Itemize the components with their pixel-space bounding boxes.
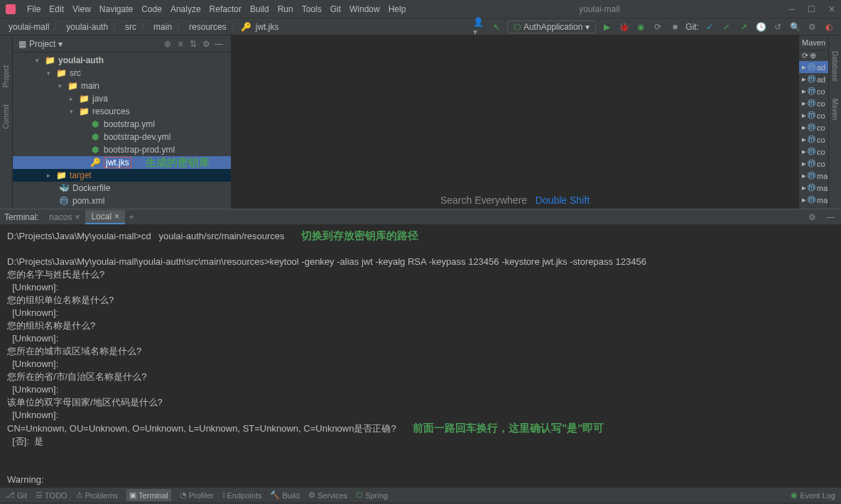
terminal-tab-local[interactable]: Local× bbox=[85, 210, 125, 224]
git-history-icon[interactable]: 🕓 bbox=[754, 21, 767, 33]
maximize-icon[interactable]: ☐ bbox=[808, 4, 815, 14]
menu-edit[interactable]: Edit bbox=[45, 4, 68, 14]
tree-dockerfile[interactable]: 🐳Dockerfile bbox=[13, 182, 231, 195]
add-terminal-icon[interactable]: + bbox=[125, 211, 138, 224]
close-icon[interactable]: × bbox=[75, 212, 80, 222]
expand-icon[interactable]: ≡ bbox=[174, 38, 187, 50]
stop-icon[interactable]: ■ bbox=[668, 21, 681, 33]
maven-title[interactable]: Maven bbox=[799, 35, 828, 50]
coverage-icon[interactable]: ◉ bbox=[634, 21, 647, 33]
run-config-select[interactable]: ⬡ AuthApplication ▾ bbox=[507, 21, 596, 33]
maven-item-3[interactable]: ▸ⓜco bbox=[799, 97, 828, 109]
maven-item-11[interactable]: ▸ⓜma bbox=[799, 194, 828, 206]
menu-refactor[interactable]: Refactor bbox=[205, 4, 246, 14]
menu-view[interactable]: View bbox=[68, 4, 95, 14]
maven-item-8[interactable]: ▸ⓜco bbox=[799, 158, 828, 170]
tool-profiler[interactable]: ◔Profiler bbox=[180, 491, 214, 500]
collapse-icon[interactable]: ⇅ bbox=[187, 38, 200, 50]
tool-services[interactable]: ⚙Services bbox=[308, 491, 347, 500]
ide-icon[interactable]: ◐ bbox=[823, 21, 835, 33]
tool-build[interactable]: 🔨Build bbox=[270, 491, 299, 500]
tool-problems[interactable]: ⚠Problems bbox=[76, 491, 118, 500]
back-icon[interactable]: ↖ bbox=[490, 21, 503, 33]
terminal-icon: ▣ bbox=[129, 491, 136, 500]
tree-root[interactable]: ▾📁youlai-auth bbox=[13, 54, 231, 67]
close-icon[interactable]: ✕ bbox=[828, 4, 835, 14]
tree-selected-file[interactable]: 🔑jwt.jks生成的密钥库 bbox=[13, 156, 231, 169]
sidebar-project-tab[interactable]: Project bbox=[2, 65, 10, 87]
menu-run[interactable]: Run bbox=[273, 4, 298, 14]
project-panel-title[interactable]: ▦ Project ▾ bbox=[18, 39, 63, 49]
debug-icon[interactable]: 🐞 bbox=[617, 21, 630, 33]
maven-item-7[interactable]: ▸ⓜco bbox=[799, 146, 828, 158]
tree-root-label: youlai-auth bbox=[58, 55, 104, 65]
maven-item-0[interactable]: ▸ⓜad bbox=[799, 61, 828, 73]
menu-navigate[interactable]: Navigate bbox=[95, 4, 137, 14]
terminal-settings-icon[interactable]: ⚙ bbox=[805, 211, 818, 224]
git-commit-icon[interactable]: ✓ bbox=[720, 21, 733, 33]
maven-toolbar[interactable]: ⟳⊕ bbox=[799, 50, 828, 61]
tool-git[interactable]: ⎇Git bbox=[6, 491, 27, 500]
maven-item-6[interactable]: ▸ⓜco bbox=[799, 133, 828, 146]
menu-file[interactable]: File bbox=[23, 4, 45, 14]
menu-code[interactable]: Code bbox=[137, 4, 166, 14]
tree-selected-label: jwt.jks bbox=[104, 157, 131, 168]
maven-item-9[interactable]: ▸ⓜma bbox=[799, 170, 828, 182]
select-opened-icon[interactable]: ⊕ bbox=[161, 38, 174, 50]
profiler-icon: ◔ bbox=[180, 491, 187, 500]
tree-file-0[interactable]: ⬢bootstrap.yml bbox=[13, 118, 231, 131]
git-update-icon[interactable]: ✓ bbox=[703, 21, 716, 33]
tool-endpoints[interactable]: ⟟Endpoints bbox=[222, 491, 262, 500]
menu-tools[interactable]: Tools bbox=[298, 4, 326, 14]
menu-git[interactable]: Git bbox=[326, 4, 345, 14]
breadcrumb-0[interactable]: youlai-mall bbox=[6, 22, 52, 32]
menu-analyze[interactable]: Analyze bbox=[166, 4, 205, 14]
tree-src-label: src bbox=[70, 68, 81, 78]
sidebar-database-tab[interactable]: Database bbox=[831, 51, 839, 82]
tree-main[interactable]: ▾📁main bbox=[13, 80, 231, 92]
terminal-hide-icon[interactable]: — bbox=[824, 211, 837, 224]
tool-terminal[interactable]: ▣Terminal bbox=[126, 489, 171, 501]
maven-item-1[interactable]: ▸ⓜad bbox=[799, 73, 828, 85]
minimize-icon[interactable]: ─ bbox=[788, 4, 795, 14]
breadcrumb-1[interactable]: youlai-auth bbox=[63, 22, 111, 32]
git-rollback-icon[interactable]: ↺ bbox=[771, 21, 784, 33]
menu-window[interactable]: Window bbox=[345, 4, 384, 14]
tree-iml[interactable]: 📄youlai-auth.iml bbox=[13, 207, 231, 209]
panel-hide-icon[interactable]: — bbox=[212, 38, 225, 50]
tree-src[interactable]: ▾📁src bbox=[13, 67, 231, 80]
search-icon[interactable]: 🔍 bbox=[788, 21, 801, 33]
run-icon[interactable]: ▶ bbox=[600, 21, 613, 33]
tree-resources[interactable]: ▾📁resources bbox=[13, 105, 231, 118]
breadcrumb-4[interactable]: resources bbox=[186, 22, 229, 32]
profile-icon[interactable]: ⟳ bbox=[651, 21, 664, 33]
add-user-icon[interactable]: 👤▾ bbox=[473, 21, 486, 33]
maven-item-4[interactable]: ▸ⓜco bbox=[799, 109, 828, 121]
tree-file-2[interactable]: ⬢bootstrap-prod.yml bbox=[13, 143, 231, 156]
left-gutter: Project Commit bbox=[0, 35, 13, 209]
tree-file-1[interactable]: ⬢bootstrap-dev.yml bbox=[13, 131, 231, 143]
git-push-icon[interactable]: ↗ bbox=[737, 21, 750, 33]
settings-icon[interactable]: ⚙ bbox=[805, 21, 818, 33]
tree-java[interactable]: ▸📁java bbox=[13, 92, 231, 105]
panel-settings-icon[interactable]: ⚙ bbox=[200, 38, 212, 50]
event-log[interactable]: ◉Event Log bbox=[791, 491, 835, 500]
maven-item-2[interactable]: ▸ⓜco bbox=[799, 85, 828, 97]
breadcrumb-2[interactable]: src bbox=[122, 22, 139, 32]
close-icon[interactable]: × bbox=[114, 212, 119, 221]
project-tree[interactable]: ▾📁youlai-auth ▾📁src ▾📁main ▸📁java ▾📁reso… bbox=[13, 53, 231, 209]
menu-help[interactable]: Help bbox=[384, 4, 411, 14]
tree-pom[interactable]: ⓜpom.xml bbox=[13, 195, 231, 207]
maven-item-5[interactable]: ▸ⓜco bbox=[799, 121, 828, 133]
sidebar-commit-tab[interactable]: Commit bbox=[2, 104, 10, 128]
menu-build[interactable]: Build bbox=[246, 4, 273, 14]
sidebar-maven-tab[interactable]: Maven bbox=[831, 99, 839, 120]
terminal-content[interactable]: D:\Projects\Java\My\youlai-mall>cd youla… bbox=[0, 225, 841, 487]
tool-spring[interactable]: ⬡Spring bbox=[356, 491, 388, 500]
tree-target[interactable]: ▸📁target bbox=[13, 169, 231, 182]
maven-item-10[interactable]: ▸ⓜma bbox=[799, 182, 828, 194]
tool-todo[interactable]: ☰TODO bbox=[36, 491, 67, 500]
terminal-tab-nacos[interactable]: nacos× bbox=[43, 211, 85, 224]
tree-file-2-label: bootstrap-prod.yml bbox=[104, 145, 175, 155]
breadcrumb-3[interactable]: main bbox=[151, 22, 175, 32]
